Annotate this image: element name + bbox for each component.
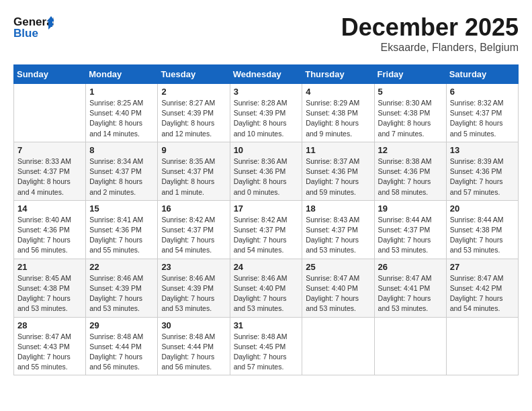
calendar-day-cell: 6Sunrise: 8:32 AM Sunset: 4:37 PM Daylig… [446,84,518,142]
day-number: 23 [161,262,226,272]
calendar-day-cell: 8Sunrise: 8:34 AM Sunset: 4:37 PM Daylig… [86,142,158,200]
weekday-header-cell: Monday [86,65,158,84]
day-number: 13 [450,145,515,155]
day-detail: Sunrise: 8:47 AM Sunset: 4:42 PM Dayligh… [450,273,515,314]
day-number: 6 [450,87,515,97]
day-number: 5 [378,87,443,97]
day-number: 9 [161,145,226,155]
day-number: 25 [306,262,370,272]
calendar-day-cell: 4Sunrise: 8:29 AM Sunset: 4:38 PM Daylig… [302,84,374,142]
day-detail: Sunrise: 8:40 AM Sunset: 4:36 PM Dayligh… [17,215,82,256]
logo-icon: General Blue [13,13,54,40]
calendar-day-cell: 16Sunrise: 8:42 AM Sunset: 4:37 PM Dayli… [158,200,230,259]
calendar-body: 1Sunrise: 8:25 AM Sunset: 4:40 PM Daylig… [14,84,519,375]
day-detail: Sunrise: 8:47 AM Sunset: 4:43 PM Dayligh… [17,332,82,373]
day-number: 18 [306,203,370,214]
calendar-day-cell: 18Sunrise: 8:43 AM Sunset: 4:37 PM Dayli… [302,200,374,259]
weekday-header-cell: Wednesday [230,65,302,84]
calendar-week-row: 28Sunrise: 8:47 AM Sunset: 4:43 PM Dayli… [14,317,519,375]
day-detail: Sunrise: 8:46 AM Sunset: 4:40 PM Dayligh… [234,273,299,314]
day-detail: Sunrise: 8:44 AM Sunset: 4:38 PM Dayligh… [450,215,515,256]
calendar-day-cell: 2Sunrise: 8:27 AM Sunset: 4:39 PM Daylig… [158,84,230,142]
day-number: 20 [450,203,515,214]
day-number: 29 [89,320,154,330]
day-detail: Sunrise: 8:33 AM Sunset: 4:37 PM Dayligh… [17,156,82,197]
day-detail: Sunrise: 8:27 AM Sunset: 4:39 PM Dayligh… [161,98,226,139]
day-number: 17 [234,203,299,214]
day-number: 30 [161,320,226,330]
day-detail: Sunrise: 8:47 AM Sunset: 4:41 PM Dayligh… [378,273,443,314]
day-detail: Sunrise: 8:32 AM Sunset: 4:37 PM Dayligh… [450,98,515,139]
calendar-day-cell: 28Sunrise: 8:47 AM Sunset: 4:43 PM Dayli… [14,317,86,375]
day-detail: Sunrise: 8:39 AM Sunset: 4:36 PM Dayligh… [450,156,515,197]
calendar-week-row: 21Sunrise: 8:45 AM Sunset: 4:38 PM Dayli… [14,259,519,317]
day-detail: Sunrise: 8:38 AM Sunset: 4:36 PM Dayligh… [378,156,443,197]
calendar-day-cell: 17Sunrise: 8:42 AM Sunset: 4:37 PM Dayli… [230,200,302,259]
day-detail: Sunrise: 8:42 AM Sunset: 4:37 PM Dayligh… [161,215,226,256]
day-detail: Sunrise: 8:48 AM Sunset: 4:44 PM Dayligh… [161,332,226,373]
calendar-day-cell: 15Sunrise: 8:41 AM Sunset: 4:36 PM Dayli… [86,200,158,259]
day-detail: Sunrise: 8:30 AM Sunset: 4:38 PM Dayligh… [378,98,443,139]
day-detail: Sunrise: 8:37 AM Sunset: 4:36 PM Dayligh… [306,156,370,197]
calendar-day-cell: 12Sunrise: 8:38 AM Sunset: 4:36 PM Dayli… [374,142,446,200]
calendar-day-cell: 7Sunrise: 8:33 AM Sunset: 4:37 PM Daylig… [14,142,86,200]
calendar-day-cell: 20Sunrise: 8:44 AM Sunset: 4:38 PM Dayli… [446,200,518,259]
day-number: 31 [234,320,299,330]
calendar-week-row: 14Sunrise: 8:40 AM Sunset: 4:36 PM Dayli… [14,200,519,259]
day-number: 16 [161,203,226,214]
day-number: 4 [306,87,370,97]
calendar-day-cell: 19Sunrise: 8:44 AM Sunset: 4:37 PM Dayli… [374,200,446,259]
calendar-day-cell: 31Sunrise: 8:48 AM Sunset: 4:45 PM Dayli… [230,317,302,375]
title-block: December 2025 Eksaarde, Flanders, Belgiu… [341,13,519,54]
day-detail: Sunrise: 8:29 AM Sunset: 4:38 PM Dayligh… [306,98,370,139]
day-detail: Sunrise: 8:43 AM Sunset: 4:37 PM Dayligh… [306,215,370,256]
weekday-header-cell: Friday [374,65,446,84]
day-detail: Sunrise: 8:47 AM Sunset: 4:40 PM Dayligh… [306,273,370,314]
svg-text:Blue: Blue [13,27,38,40]
calendar-day-cell [302,317,374,375]
weekday-header-cell: Saturday [446,65,518,84]
day-number: 1 [89,87,154,97]
calendar-day-cell [14,84,86,142]
day-detail: Sunrise: 8:44 AM Sunset: 4:37 PM Dayligh… [378,215,443,256]
calendar-day-cell: 10Sunrise: 8:36 AM Sunset: 4:36 PM Dayli… [230,142,302,200]
day-detail: Sunrise: 8:45 AM Sunset: 4:38 PM Dayligh… [17,273,82,314]
location-subtitle: Eksaarde, Flanders, Belgium [341,42,519,54]
day-detail: Sunrise: 8:34 AM Sunset: 4:37 PM Dayligh… [89,156,154,197]
day-number: 19 [378,203,443,214]
calendar-day-cell: 13Sunrise: 8:39 AM Sunset: 4:36 PM Dayli… [446,142,518,200]
calendar-day-cell [374,317,446,375]
day-number: 7 [17,145,82,155]
day-number: 8 [89,145,154,155]
day-number: 2 [161,87,226,97]
calendar-day-cell: 30Sunrise: 8:48 AM Sunset: 4:44 PM Dayli… [158,317,230,375]
day-number: 15 [89,203,154,214]
day-number: 26 [378,262,443,272]
calendar-day-cell [446,317,518,375]
day-detail: Sunrise: 8:46 AM Sunset: 4:39 PM Dayligh… [89,273,154,314]
day-detail: Sunrise: 8:36 AM Sunset: 4:36 PM Dayligh… [234,156,299,197]
calendar-week-row: 1Sunrise: 8:25 AM Sunset: 4:40 PM Daylig… [14,84,519,142]
weekday-header-cell: Thursday [302,65,374,84]
calendar-day-cell: 25Sunrise: 8:47 AM Sunset: 4:40 PM Dayli… [302,259,374,317]
day-number: 11 [306,145,370,155]
calendar-day-cell: 23Sunrise: 8:46 AM Sunset: 4:39 PM Dayli… [158,259,230,317]
day-number: 27 [450,262,515,272]
month-title: December 2025 [341,13,519,42]
calendar-day-cell: 3Sunrise: 8:28 AM Sunset: 4:39 PM Daylig… [230,84,302,142]
day-number: 10 [234,145,299,155]
day-detail: Sunrise: 8:42 AM Sunset: 4:37 PM Dayligh… [234,215,299,256]
day-number: 3 [234,87,299,97]
calendar-day-cell: 5Sunrise: 8:30 AM Sunset: 4:38 PM Daylig… [374,84,446,142]
calendar-day-cell: 9Sunrise: 8:35 AM Sunset: 4:37 PM Daylig… [158,142,230,200]
calendar-day-cell: 11Sunrise: 8:37 AM Sunset: 4:36 PM Dayli… [302,142,374,200]
page-header: General Blue December 2025 Eksaarde, Fla… [13,13,519,54]
day-number: 21 [17,262,82,272]
calendar-table: SundayMondayTuesdayWednesdayThursdayFrid… [13,64,519,375]
logo: General Blue [13,13,54,40]
weekday-header-cell: Sunday [14,65,86,84]
day-number: 12 [378,145,443,155]
day-detail: Sunrise: 8:48 AM Sunset: 4:45 PM Dayligh… [234,332,299,373]
calendar-day-cell: 24Sunrise: 8:46 AM Sunset: 4:40 PM Dayli… [230,259,302,317]
calendar-week-row: 7Sunrise: 8:33 AM Sunset: 4:37 PM Daylig… [14,142,519,200]
